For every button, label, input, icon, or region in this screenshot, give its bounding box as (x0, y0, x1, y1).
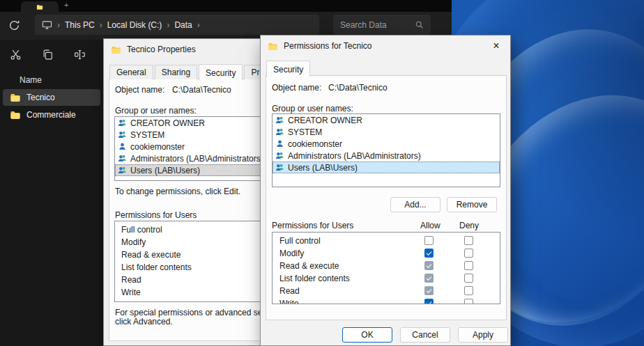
deny-checkbox[interactable] (464, 236, 473, 245)
object-name-value: C:\Data\Tecnico (172, 85, 231, 95)
folder-icon (36, 3, 43, 10)
sidebar-folder-commerciale[interactable]: Commerciale (3, 107, 100, 123)
allow-checkbox[interactable] (424, 249, 434, 258)
object-name-value: C:\Data\Tecnico (328, 83, 388, 93)
explorer-tab[interactable] (21, 1, 59, 12)
permission-label: List folder contents (279, 274, 350, 283)
name-column-header[interactable]: Name (20, 75, 103, 85)
tab-general[interactable]: General (109, 65, 153, 79)
group-label: cookiemonster (288, 139, 342, 149)
object-name-label: Object name: (272, 83, 321, 93)
advanced-hint-line2: click Advanced. (115, 317, 173, 327)
breadcrumb-items: ›This PC›Local Disk (C:)›Data› (52, 20, 205, 30)
group-icon (275, 163, 284, 172)
group-label: Administrators (LAB\Administrators) (288, 151, 421, 161)
group-icon (275, 127, 284, 136)
deny-checkbox[interactable] (464, 299, 473, 304)
sidebar: Name TecnicoCommerciale (0, 70, 103, 346)
allow-checkbox[interactable] (424, 261, 434, 270)
permissions-label: Permissions for Users (115, 210, 197, 220)
add-button[interactable]: Add... (390, 197, 440, 212)
breadcrumb-item[interactable]: Local Disk (C:) (107, 20, 162, 30)
object-name-label: Object name: (115, 85, 164, 95)
search-icon (415, 20, 424, 29)
permissions-tabs: Security (266, 62, 312, 76)
permission-label: Full control (279, 236, 321, 246)
permission-label: Read (279, 286, 300, 296)
close-button[interactable]: × (482, 36, 510, 56)
allow-checkbox[interactable] (424, 286, 434, 295)
group-label: SYSTEM (288, 127, 322, 137)
group-list-label: Group or user names: (115, 106, 197, 116)
group-list-item[interactable]: Users (LAB\Users) (273, 162, 500, 173)
group-icon (275, 151, 284, 160)
group-list-item[interactable]: cookiemonster (273, 138, 500, 150)
permission-row: Modify (273, 247, 500, 260)
group-label: CREATOR OWNER (130, 118, 205, 128)
permission-label: Write (279, 299, 299, 304)
search-input[interactable]: Search Data (333, 15, 431, 35)
search-placeholder: Search Data (340, 20, 387, 30)
group-list-item[interactable]: CREATOR OWNER (273, 114, 500, 126)
sidebar-folder-tecnico[interactable]: Tecnico (3, 89, 100, 106)
dialog-title: Tecnico Properties (127, 45, 196, 54)
tab-security[interactable]: Security (199, 64, 243, 80)
permissions-dialog: Permissions for Tecnico × Security Objec… (260, 35, 511, 346)
remove-button[interactable]: Remove (447, 197, 497, 212)
deny-checkbox[interactable] (464, 274, 473, 283)
permission-label: Read & execute (279, 261, 339, 271)
copy-icon[interactable] (42, 49, 54, 61)
group-icon (118, 154, 127, 163)
group-list-item[interactable]: SYSTEM (273, 126, 500, 138)
folder-icon (10, 92, 21, 103)
group-label: Users (LAB\Users) (288, 163, 358, 173)
tab-sharing[interactable]: Sharing (155, 65, 197, 79)
explorer-tabstrip: + (0, 0, 452, 12)
permission-row: Write (273, 297, 500, 304)
edit-hint: To change permissions, click Edit. (115, 187, 240, 196)
breadcrumb-chevron-icon: › (197, 20, 200, 30)
breadcrumb-item[interactable]: This PC (65, 20, 95, 30)
rename-icon[interactable] (74, 49, 86, 61)
new-tab-button[interactable]: + (64, 1, 68, 9)
group-icon (118, 130, 127, 139)
deny-checkbox[interactable] (464, 261, 473, 270)
group-label: cookiemonster (130, 142, 185, 152)
breadcrumb-chevron-icon: › (100, 20, 102, 30)
cancel-button[interactable]: Cancel (400, 327, 450, 343)
permission-row: Read & execute (273, 260, 500, 272)
folder-list: TecnicoCommerciale (0, 89, 103, 123)
tab-security[interactable]: Security (266, 61, 310, 77)
allow-checkbox[interactable] (424, 299, 434, 304)
permission-row: Full control (273, 235, 500, 247)
explorer-command-bar (0, 42, 103, 67)
permissions-checkbox-list: Full controlModifyRead & executeList fol… (272, 232, 500, 304)
dialog-title: Permissions for Tecnico (284, 41, 372, 51)
folder-name: Commerciale (26, 110, 76, 120)
allow-column-header: Allow (420, 221, 440, 230)
deny-checkbox[interactable] (464, 286, 473, 295)
folder-icon (268, 41, 278, 52)
allow-checkbox[interactable] (424, 274, 434, 283)
apply-button[interactable]: Apply (458, 327, 508, 343)
refresh-icon[interactable] (8, 19, 20, 31)
folder-name: Tecnico (26, 93, 55, 102)
group-label: SYSTEM (130, 130, 164, 140)
breadcrumb[interactable]: ›This PC›Local Disk (C:)›Data› (35, 15, 319, 35)
cut-icon[interactable] (10, 49, 22, 61)
advanced-hint-line1: For special permissions or advanced sett… (115, 308, 278, 317)
allow-checkbox[interactable] (424, 236, 434, 245)
breadcrumb-item[interactable]: Data (174, 20, 192, 30)
group-list-item[interactable]: Administrators (LAB\Administrators) (273, 150, 500, 162)
breadcrumb-chevron-icon: › (57, 20, 60, 30)
permissions-dialog-titlebar: Permissions for Tecnico (261, 36, 510, 56)
deny-checkbox[interactable] (464, 249, 473, 258)
group-label: CREATOR OWNER (288, 116, 362, 125)
ok-button[interactable]: OK (342, 327, 392, 343)
screen: + ›This PC›Local Disk (C:)›Data› Search … (0, 0, 644, 346)
group-icon (275, 116, 284, 125)
folder-icon (111, 45, 121, 55)
permission-row: List folder contents (273, 272, 500, 285)
close-icon: × (493, 40, 499, 52)
group-icon (118, 166, 127, 175)
